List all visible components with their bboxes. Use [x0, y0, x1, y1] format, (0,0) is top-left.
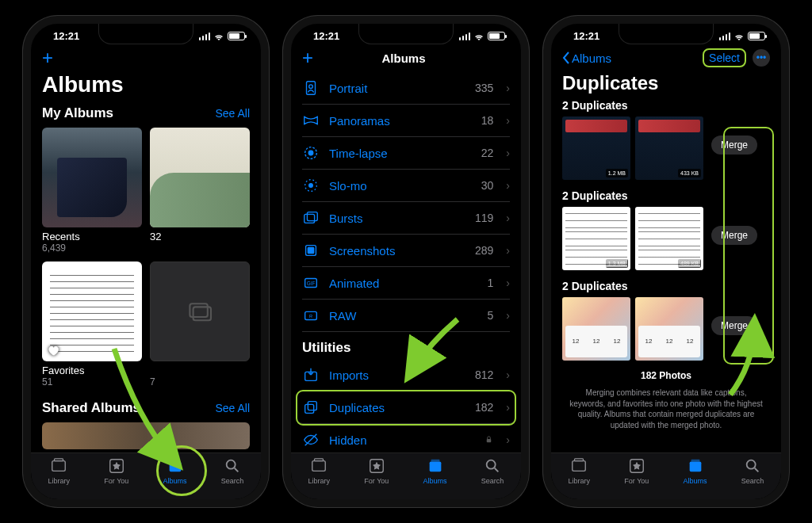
tab-albums[interactable]: Albums — [684, 457, 707, 485]
tab-for-you[interactable]: For You — [104, 457, 128, 485]
album-name — [150, 365, 250, 376]
search-icon — [484, 457, 501, 475]
see-all-link[interactable]: See All — [215, 107, 250, 120]
album-item[interactable]: 7 — [150, 262, 250, 387]
list-row-time-lapse[interactable]: Time-lapse 22 › — [302, 137, 510, 170]
tab-label: Search — [741, 477, 764, 485]
nav-title: Albums — [382, 52, 426, 65]
list-row-raw[interactable]: R RAW 5 › — [302, 300, 510, 332]
tab-albums[interactable]: Albums — [423, 457, 447, 485]
my-albums-header: My Albums — [42, 105, 113, 121]
tab-for-you[interactable]: For You — [624, 457, 649, 485]
raw-icon: R — [302, 307, 320, 324]
album-name: 32 — [150, 231, 250, 242]
row-count: 812 — [475, 368, 493, 381]
photos-count: 182 Photos — [551, 370, 781, 381]
row-label: Time-lapse — [329, 147, 472, 160]
dup-image[interactable]: 1.3 MB — [562, 207, 630, 270]
tab-search[interactable]: Search — [481, 457, 504, 485]
lock-icon — [485, 433, 493, 447]
album-favorites[interactable]: Favorites 51 — [42, 262, 142, 387]
chevron-right-icon: › — [506, 82, 510, 94]
cellular-icon — [459, 32, 471, 40]
svg-rect-36 — [573, 461, 586, 471]
svg-line-8 — [235, 468, 239, 472]
dup-image[interactable]: 1.2 MB — [562, 116, 630, 180]
dup-image[interactable]: 433 KB — [635, 116, 703, 180]
svg-rect-29 — [312, 461, 326, 471]
tab-bar: Library For You Albums Search — [31, 452, 261, 499]
merge-button[interactable]: Merge — [711, 136, 757, 155]
tab-albums[interactable]: Albums — [163, 457, 187, 485]
placeholder-icon — [186, 300, 213, 323]
see-all-link[interactable]: See All — [215, 402, 250, 414]
select-button[interactable]: Select — [703, 48, 746, 67]
list-row-hidden[interactable]: Hidden › — [302, 424, 510, 452]
albums-icon — [427, 457, 444, 475]
foryou-icon — [108, 457, 125, 475]
svg-rect-25 — [308, 402, 316, 410]
svg-point-7 — [227, 460, 236, 469]
add-button[interactable]: + — [42, 47, 53, 69]
tab-library[interactable]: Library — [308, 457, 331, 485]
foryou-icon — [368, 457, 385, 475]
list-row-duplicates[interactable]: Duplicates 182 › — [297, 391, 515, 424]
album-item[interactable]: 32 — [150, 128, 250, 254]
timelapse-icon — [302, 144, 320, 162]
tab-search[interactable]: Search — [221, 457, 244, 485]
tab-label: Albums — [684, 477, 707, 485]
chevron-right-icon: › — [506, 114, 510, 127]
row-count: 335 — [475, 82, 493, 94]
album-thumb — [150, 128, 250, 227]
wifi-icon — [733, 32, 745, 40]
back-button[interactable]: Albums — [562, 52, 611, 65]
tab-label: Albums — [163, 477, 187, 485]
hidden-icon — [302, 431, 320, 449]
list-row-screenshots[interactable]: Screenshots 289 › — [302, 235, 510, 267]
list-row-slo-mo[interactable]: Slo-mo 30 › — [302, 170, 510, 202]
dup-image[interactable]: 121212 — [562, 297, 630, 361]
merge-button[interactable]: Merge — [711, 226, 757, 245]
search-icon — [224, 457, 241, 475]
svg-point-10 — [309, 85, 313, 89]
cellular-icon — [199, 32, 211, 40]
add-button[interactable]: + — [302, 47, 313, 69]
heart-icon — [47, 344, 59, 357]
more-button[interactable]: ••• — [753, 49, 770, 67]
tab-library[interactable]: Library — [569, 457, 591, 485]
row-count: 5 — [488, 309, 494, 322]
wifi-icon — [473, 32, 485, 40]
album-count: 51 — [42, 376, 142, 387]
albums-icon — [687, 457, 704, 475]
list-row-portrait[interactable]: Portrait 335 › — [302, 72, 510, 105]
shared-album-preview[interactable] — [42, 422, 250, 449]
duplicates-icon — [302, 399, 320, 416]
album-thumb — [42, 262, 142, 361]
tab-for-you[interactable]: For You — [364, 457, 389, 485]
merge-button[interactable]: Merge — [711, 316, 757, 335]
row-label: RAW — [329, 309, 478, 323]
phone-1-albums-home: 12:21 + Albums My Albums See All — [23, 16, 269, 507]
chevron-right-icon: › — [506, 433, 510, 446]
list-row-bursts[interactable]: Bursts 119 › — [302, 202, 510, 235]
album-recents[interactable]: Recents 6,439 — [42, 128, 142, 254]
svg-text:R: R — [309, 314, 312, 319]
portrait-icon — [302, 79, 320, 97]
panorama-icon — [302, 112, 320, 129]
foryou-icon — [628, 457, 645, 475]
tab-search[interactable]: Search — [741, 457, 764, 485]
chevron-right-icon: › — [506, 244, 510, 257]
row-label: Hidden — [329, 433, 475, 447]
file-size: 1.2 MB — [606, 169, 628, 178]
row-label: Bursts — [329, 212, 465, 225]
list-row-imports[interactable]: Imports 812 › — [302, 359, 510, 391]
tab-label: For You — [364, 477, 389, 485]
dup-image[interactable]: 121212 — [635, 297, 703, 361]
animated-icon: GIF — [302, 274, 320, 292]
duplicate-group: 2 Duplicates 121212121212 Merge — [551, 280, 781, 361]
album-thumb-placeholder — [150, 262, 250, 361]
tab-library[interactable]: Library — [48, 457, 71, 485]
dup-image[interactable]: 489 KB — [635, 207, 703, 270]
list-row-panoramas[interactable]: Panoramas 18 › — [302, 105, 510, 137]
list-row-animated[interactable]: GIF Animated 1 › — [302, 267, 510, 300]
